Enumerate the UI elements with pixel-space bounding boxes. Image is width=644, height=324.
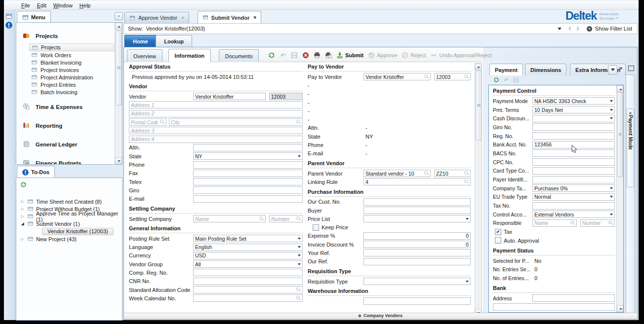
input-state[interactable]: NY	[193, 152, 303, 160]
input-pay-to-vendor-code[interactable]: 12003	[434, 73, 471, 80]
input-cpc-no[interactable]	[532, 158, 615, 166]
input-card-type-co[interactable]	[532, 167, 615, 175]
lookup-icon[interactable]	[259, 216, 264, 221]
collapse-panel-button[interactable]	[115, 12, 123, 20]
input-comp-reg-no[interactable]	[193, 269, 303, 276]
input-standard-allocation-code[interactable]	[193, 286, 303, 293]
input-language[interactable]: English	[193, 244, 303, 251]
input-posting-rule-set[interactable]: Main Posting Rule Set	[193, 235, 303, 242]
todo-item-approve-time-as-project-manager-1[interactable]: ▷Approve Time as Project Manager (1)	[16, 213, 122, 220]
subtab-overview[interactable]: Overview	[127, 49, 162, 62]
panel-tab-payment[interactable]: Payment	[489, 64, 523, 75]
input-postal-code[interactable]: Postal Code	[129, 118, 166, 126]
menu-panel-tab[interactable]: Menu	[17, 11, 51, 23]
dropdown-arrow-icon[interactable]	[610, 117, 613, 119]
dropdown-arrow-icon[interactable]	[610, 187, 613, 189]
sidebar-item-project-invoices[interactable]: Project Invoices	[16, 66, 122, 73]
save-icon[interactable]	[513, 77, 519, 83]
menubar-item-edit[interactable]: Edit	[34, 2, 50, 9]
sidebar-item-work-orders[interactable]: Work Orders	[16, 51, 122, 59]
panel-tab-extra-information[interactable]: Extra Information	[570, 64, 626, 75]
show-filter-list-button[interactable]: Show Filter List	[582, 26, 637, 32]
scrollbar-thumb[interactable]	[476, 71, 482, 141]
input-reg-no[interactable]	[532, 132, 615, 140]
input-settling-company[interactable]: Name	[193, 215, 266, 222]
menu-group-projects[interactable]: Projects	[16, 29, 122, 43]
input-address-1[interactable]: Address 1	[129, 101, 303, 108]
dropdown-arrow-icon[interactable]	[298, 263, 301, 265]
close-icon[interactable]	[181, 15, 184, 21]
print-preview-button[interactable]	[325, 52, 332, 59]
refresh-icon[interactable]	[493, 77, 499, 83]
sidebar-item-projects[interactable]: Projects	[29, 43, 114, 51]
lookup-icon[interactable]	[160, 120, 164, 124]
input-expense[interactable]: 0	[363, 232, 471, 240]
dropdown-arrow-icon[interactable]	[610, 196, 613, 198]
approve-button[interactable]: Approve	[368, 52, 397, 59]
checkbox-auto-approval[interactable]	[495, 237, 501, 244]
input-address-4[interactable]: Address 4	[129, 136, 303, 143]
cancel-button[interactable]	[302, 52, 309, 59]
payment-panel-scrollbar[interactable]	[616, 85, 623, 312]
input-pay-to-vendor[interactable]: Vendor Kristoffer	[363, 73, 431, 80]
input-attn[interactable]	[193, 144, 303, 151]
input-vendor[interactable]: Vendor Kristoffer	[193, 93, 266, 100]
input-giro[interactable]	[193, 186, 303, 194]
input-tax-no[interactable]	[532, 202, 615, 210]
scrollbar-thumb[interactable]	[116, 31, 122, 106]
input-field[interactable]	[363, 297, 471, 305]
input-control-acco[interactable]: External Vendors	[532, 211, 615, 218]
forward-icon[interactable]	[574, 25, 582, 32]
lookup-icon[interactable]	[296, 288, 301, 292]
document-tab-approve-vendor[interactable]: Approve Vendor	[124, 12, 189, 23]
input-cnr-no[interactable]	[193, 278, 303, 285]
undo-button[interactable]	[280, 52, 286, 59]
close-icon[interactable]	[253, 15, 256, 20]
input-currency[interactable]: USD	[193, 252, 303, 259]
menu-panel-scrollbar[interactable]	[115, 23, 122, 164]
input-week-calendar-no[interactable]	[193, 294, 303, 302]
input-payer-identifi[interactable]	[532, 176, 615, 183]
maximize-panel-icon[interactable]	[628, 66, 634, 71]
expand-panel-icon[interactable]	[619, 64, 622, 72]
dropdown-arrow-icon[interactable]	[298, 155, 301, 157]
input-linking-rule[interactable]: 4	[363, 178, 471, 185]
scroll-up-arrow[interactable]	[475, 64, 482, 70]
show-filter-value[interactable]: Vendor Kristoffer(12003)	[146, 26, 553, 32]
undo-approval-button[interactable]: Undo Approval/Reject	[430, 52, 491, 59]
input-your-ref[interactable]	[363, 249, 471, 256]
menu-group-time-expenses[interactable]: Time & Expenses	[16, 100, 122, 114]
input-payment-mode[interactable]: NA HSBC 3363 Check	[532, 97, 615, 105]
dropdown-arrow-icon[interactable]	[610, 214, 613, 216]
input-e-mail[interactable]	[193, 195, 303, 203]
back-icon[interactable]	[566, 25, 574, 32]
undo-icon[interactable]	[503, 77, 509, 83]
dropdown-arrow-icon[interactable]	[298, 238, 301, 240]
chevron-down-icon[interactable]	[558, 28, 562, 30]
lookup-icon[interactable]	[296, 216, 301, 221]
document-tab-submit-vendor[interactable]: Submit Vendor	[198, 11, 261, 24]
input-cash-discoun[interactable]	[532, 115, 615, 122]
print-button[interactable]	[314, 52, 321, 59]
more-tabs-dropdown[interactable]	[608, 65, 617, 74]
lookup-icon[interactable]	[296, 296, 301, 300]
menu-group-finance-budgets[interactable]: Finance Budgets	[16, 156, 122, 165]
input-phone[interactable]	[193, 161, 303, 169]
input-our-ref[interactable]	[363, 258, 471, 265]
input-telex[interactable]	[193, 178, 303, 185]
scrollbar-thumb[interactable]	[617, 92, 623, 177]
refresh-icon[interactable]	[20, 181, 27, 188]
todos-panel-tab[interactable]: To-Dos	[17, 166, 55, 178]
lookup-icon[interactable]	[464, 180, 469, 184]
form-scrollbar[interactable]	[475, 63, 482, 316]
reject-button[interactable]: Reject	[402, 52, 426, 59]
dropdown-arrow-icon[interactable]	[610, 100, 613, 102]
todos-alert-icon[interactable]	[5, 22, 12, 29]
input-address-2[interactable]: Address 2	[129, 110, 303, 117]
sidebar-item-project-entries[interactable]: Project Entries	[16, 81, 122, 88]
todo-child-vendor-kristoffer-12003[interactable]: Vendor Kristoffer (12003)	[16, 227, 122, 235]
payment-mode-collapsed-tab[interactable]: Payment Mode	[627, 108, 634, 187]
menubar-item-file[interactable]: File	[18, 2, 34, 9]
tab-lookup[interactable]: Lookup	[156, 35, 192, 47]
todo-item-time-sheet-not-created-8[interactable]: ▷Time Sheet not Created (8)	[16, 198, 122, 205]
